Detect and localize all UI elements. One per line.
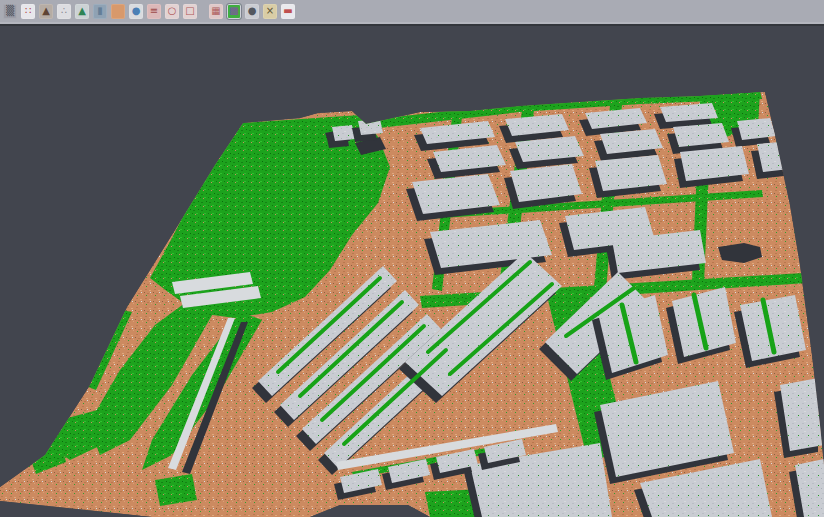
main-toolbar: ▒∷▲∴▲▮●≡○□▦▩●×▬	[0, 0, 824, 24]
profile-icon-glyph: ▮	[97, 6, 103, 16]
terrain-icon-glyph: ▲	[42, 6, 50, 16]
points-select-icon-glyph: ∴	[61, 6, 67, 16]
terrain-icon[interactable]: ▲	[39, 4, 53, 19]
surface-icon-glyph: ▲	[78, 6, 86, 16]
circle-select-icon[interactable]: ○	[165, 4, 179, 19]
flag-icon[interactable]: ▬	[281, 4, 295, 19]
circle-select-icon-glyph: ○	[168, 6, 177, 16]
point-cloud-scene[interactable]	[0, 26, 824, 517]
rect-select-icon-glyph: □	[185, 6, 194, 16]
measure-icon-glyph: ×	[266, 6, 274, 16]
sphere-icon[interactable]: ●	[129, 4, 143, 19]
classify-icon-glyph: ∷	[25, 6, 31, 16]
sphere-icon-glyph: ●	[132, 6, 141, 16]
flag-icon-glyph: ▬	[283, 6, 292, 16]
classified-map-icon-glyph: ▩	[229, 6, 238, 16]
viewport-3d[interactable]	[0, 26, 824, 517]
point-cloud-icon[interactable]: ▒	[3, 4, 17, 19]
classify-icon[interactable]: ∷	[21, 4, 35, 19]
grid-icon-glyph: ▦	[211, 6, 220, 16]
globe-icon-glyph: ●	[248, 6, 257, 16]
point-cloud-icon-glyph: ▒	[6, 6, 14, 16]
measure-icon[interactable]: ×	[263, 4, 277, 19]
points-select-icon[interactable]: ∴	[57, 4, 71, 19]
layers-icon[interactable]: ≡	[147, 4, 161, 19]
ortho-icon[interactable]	[111, 4, 125, 19]
layers-icon-glyph: ≡	[150, 6, 158, 16]
globe-icon[interactable]: ●	[245, 4, 259, 19]
classified-map-icon[interactable]: ▩	[227, 4, 241, 19]
surface-icon[interactable]: ▲	[75, 4, 89, 19]
grid-icon[interactable]: ▦	[209, 4, 223, 19]
rect-select-icon[interactable]: □	[183, 4, 197, 19]
profile-icon[interactable]: ▮	[93, 4, 107, 19]
application-window: ▒∷▲∴▲▮●≡○□▦▩●×▬	[0, 0, 824, 517]
